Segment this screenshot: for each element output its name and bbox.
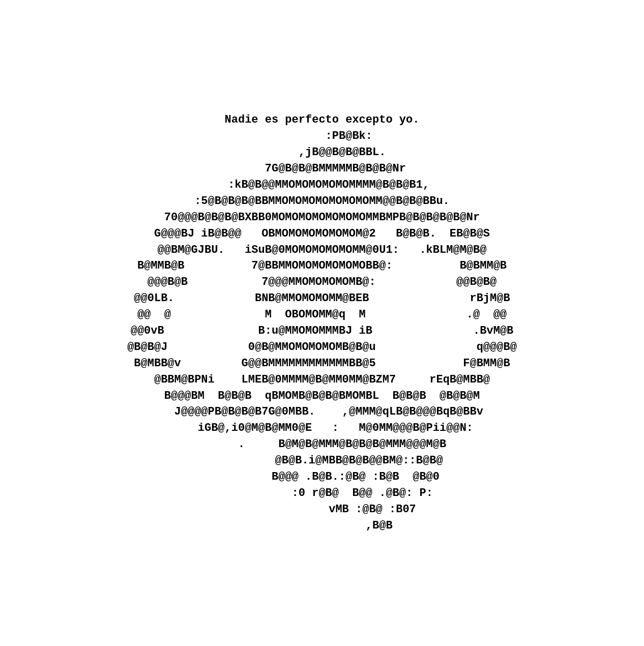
ascii-art-text: Nadie es perfecto excepto yo. :PB@Bk: ,j… [127, 112, 517, 534]
main-container: Nadie es perfecto excepto yo. :PB@Bk: ,j… [0, 92, 644, 554]
